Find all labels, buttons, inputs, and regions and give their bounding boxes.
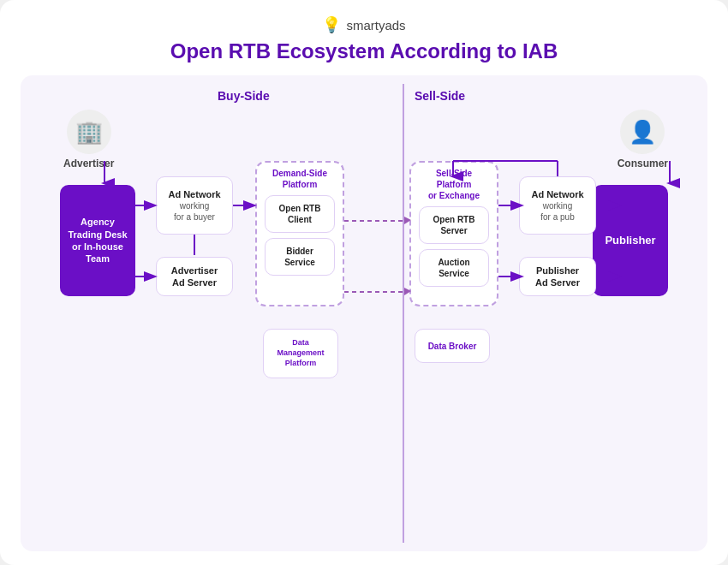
bidder-service-box: BidderService (265, 238, 335, 276)
dmp-text: DataManagementPlatform (277, 338, 324, 368)
advertiser-icon: 🏢 (67, 110, 111, 154)
data-management-box: DataManagementPlatform (263, 329, 338, 378)
advertiser-area: 🏢 Advertiser (63, 110, 114, 170)
sell-side-label: Sell-Side (415, 89, 465, 103)
ad-network-pub-box: Ad Network workingfor a pub (519, 176, 596, 235)
arrows-overlay (21, 75, 707, 551)
logo-area: 💡 smartyads (322, 15, 405, 34)
agency-trading-desk-box: Agency Trading Desk or In-house Team (60, 185, 135, 296)
buy-side-label: Buy-Side (218, 89, 270, 103)
advertiser-ad-server-box: AdvertiserAd Server (156, 257, 233, 296)
open-rtb-server-box: Open RTBServer (419, 206, 489, 244)
auction-service-box: AuctionService (419, 249, 489, 287)
data-broker-text: Data Broker (428, 341, 477, 352)
logo-text: smartyads (346, 18, 405, 33)
ad-network-buyer-title: Ad Network (168, 188, 220, 200)
dsp-label: Demand-SidePlatform (272, 168, 327, 190)
auction-service-text: AuctionService (438, 257, 469, 279)
publisher-box: Publisher (593, 185, 668, 296)
consumer-icon: 👤 (620, 110, 665, 154)
page: 💡 smartyads Open RTB Ecosystem According… (0, 0, 728, 565)
demand-side-platform-box: Demand-SidePlatform Open RTBClient Bidde… (255, 161, 344, 306)
main-title: Open RTB Ecosystem According to IAB (170, 39, 558, 63)
publisher-text: Publisher (605, 234, 655, 248)
advertiser-ad-server-title: AdvertiserAd Server (171, 265, 218, 289)
ad-network-pub-sub: workingfor a pub (540, 200, 574, 223)
sell-side-platform-box: Sell-SidePlatformor Exchange Open RTBSer… (409, 161, 498, 306)
bidder-service-text: BidderService (284, 246, 315, 268)
diagram-container: Buy-Side Sell-Side 🏢 Advertiser 👤 Consum… (21, 75, 707, 551)
buy-sell-divider (403, 84, 404, 543)
data-broker-box: Data Broker (415, 329, 490, 363)
ad-network-pub-title: Ad Network (531, 188, 583, 200)
ssp-label: Sell-SidePlatformor Exchange (428, 168, 480, 201)
publisher-ad-server-title: PublisherAd Server (535, 265, 580, 289)
open-rtb-client-box: Open RTBClient (265, 195, 335, 233)
agency-text: Agency Trading Desk or In-house Team (68, 216, 127, 265)
open-rtb-client-text: Open RTBClient (279, 203, 321, 225)
open-rtb-server-text: Open RTBServer (433, 214, 475, 236)
advertiser-label: Advertiser (63, 158, 114, 170)
consumer-area: 👤 Consumer (618, 110, 668, 170)
publisher-ad-server-box: PublisherAd Server (519, 257, 596, 296)
ad-network-buyer-box: Ad Network workingfor a buyer (156, 176, 233, 235)
ad-network-buyer-sub: workingfor a buyer (174, 200, 215, 223)
consumer-label: Consumer (618, 158, 668, 170)
logo-icon: 💡 (322, 15, 341, 34)
